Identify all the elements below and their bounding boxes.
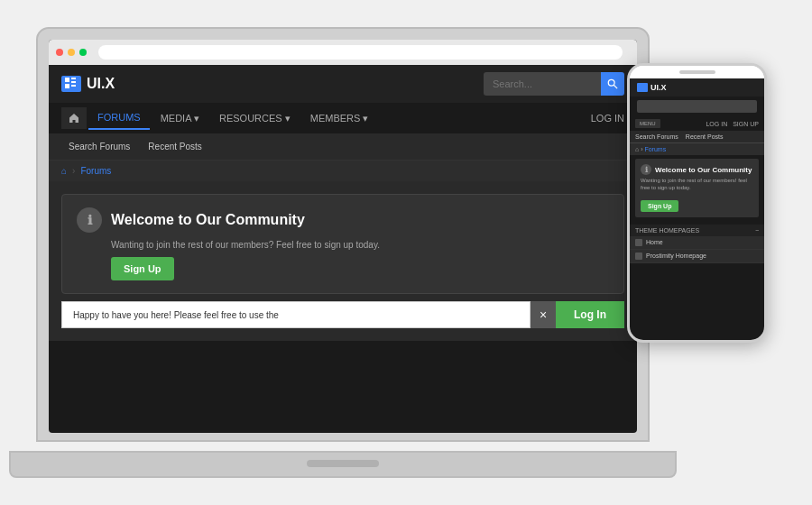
browser-dot-green	[79, 49, 87, 56]
scene: UI.X	[18, 18, 794, 487]
browser-dot-yellow	[68, 49, 75, 56]
welcome-subtitle: Wanting to join the rest of our members?…	[111, 240, 609, 250]
logo-icon	[61, 76, 81, 92]
phone-nav-auth: LOG IN SIGN UP	[706, 121, 759, 127]
welcome-box: ℹ Welcome to Our Community Wanting to jo…	[61, 194, 624, 294]
signup-button[interactable]: Sign Up	[111, 257, 174, 280]
nav-resources[interactable]: RESOURCES ▾	[210, 107, 300, 130]
search-input[interactable]	[484, 72, 601, 96]
search-button[interactable]	[601, 72, 624, 96]
phone-list-icon-1	[635, 239, 642, 246]
phone-logo: UI.X	[637, 83, 667, 92]
breadcrumb-forums[interactable]: Forums	[80, 166, 111, 176]
toast-message: Happy to have you here! Please feel free…	[61, 301, 531, 328]
logo-text: UI.X	[87, 76, 115, 92]
phone-device: UI.X MENU LOG IN SIGN UP Search Forums R…	[627, 63, 767, 343]
phone-notch-bar	[679, 70, 715, 74]
nav-login[interactable]: LOG IN	[591, 113, 624, 124]
browser-dot-red	[56, 49, 63, 56]
nav-media[interactable]: MEDIA ▾	[152, 107, 208, 130]
laptop-device: UI.X	[36, 27, 650, 478]
phone-signup-button[interactable]: Sign Up	[641, 200, 678, 212]
browser-chrome	[49, 40, 637, 65]
phone-welcome-subtitle: Wanting to join the rest of our members!…	[641, 178, 753, 192]
info-icon: ℹ	[77, 207, 102, 233]
phone-list-item-1[interactable]: Home	[630, 236, 764, 250]
sub-nav: Search Forums Recent Posts	[49, 133, 637, 161]
toast-area: Happy to have you here! Please feel free…	[61, 301, 624, 328]
site-header: UI.X	[49, 65, 637, 103]
phone-nav-menu[interactable]: MENU	[635, 119, 660, 128]
phone-logo-icon	[637, 83, 648, 92]
sub-nav-recent[interactable]: Recent Posts	[141, 138, 208, 155]
search-bar	[484, 72, 624, 96]
breadcrumb: ⌂ › Forums	[49, 161, 637, 181]
nav-home[interactable]	[61, 107, 87, 129]
laptop-outer: UI.X	[36, 27, 650, 442]
phone-nav: MENU LOG IN SIGN UP	[630, 116, 764, 131]
phone-theme-section: THEME HOMEPAGES −	[630, 225, 764, 236]
site-logo: UI.X	[61, 76, 115, 92]
laptop-base	[9, 451, 677, 478]
search-icon	[607, 78, 618, 89]
phone-theme-toggle[interactable]: −	[755, 227, 759, 234]
welcome-title: Welcome to Our Community	[111, 212, 305, 228]
phone-welcome-title: Welcome to Our Community	[655, 166, 752, 174]
site-nav: FORUMS MEDIA ▾ RESOURCES ▾ MEMBERS ▾ LOG…	[49, 103, 637, 133]
login-button[interactable]: Log In	[556, 301, 624, 328]
svg-line-6	[614, 85, 617, 88]
phone-sub-nav: Search Forums Recent Posts	[630, 131, 764, 143]
phone-list-item-2[interactable]: Prostimity Homepage	[630, 250, 764, 263]
home-icon	[69, 113, 79, 124]
svg-rect-1	[71, 78, 76, 79]
sub-nav-search[interactable]: Search Forums	[61, 138, 137, 155]
phone-search-bar[interactable]	[637, 100, 757, 113]
phone-login-link[interactable]: LOG IN	[706, 121, 727, 127]
phone-breadcrumb-forums[interactable]: Forums	[644, 146, 666, 152]
welcome-header: ℹ Welcome to Our Community	[77, 207, 609, 233]
toast-close-button[interactable]: ×	[531, 301, 556, 328]
svg-rect-0	[65, 78, 69, 82]
phone-notch	[630, 66, 764, 78]
phone-welcome-box: ℹ Welcome to Our Community Wanting to jo…	[635, 159, 759, 217]
phone-list-icon-2	[635, 252, 642, 260]
svg-point-5	[608, 79, 614, 86]
phone-signup-link[interactable]: SIGN UP	[733, 121, 759, 127]
breadcrumb-home-icon[interactable]: ⌂	[61, 166, 67, 176]
phone-screen: UI.X MENU LOG IN SIGN UP Search Forums R…	[630, 78, 764, 340]
phone-site-header: UI.X	[630, 78, 764, 96]
svg-rect-2	[71, 81, 76, 83]
phone-welcome-header: ℹ Welcome to Our Community	[641, 164, 753, 175]
svg-rect-3	[71, 85, 76, 87]
browser-address-bar[interactable]	[98, 45, 623, 60]
laptop-screen: UI.X	[49, 40, 637, 433]
nav-members[interactable]: MEMBERS ▾	[301, 107, 378, 130]
phone-breadcrumb: ⌂ › Forums	[630, 143, 764, 155]
phone-recent-posts[interactable]: Recent Posts	[686, 133, 724, 140]
logo-svg	[65, 78, 78, 90]
svg-rect-4	[65, 84, 69, 88]
phone-theme-label: THEME HOMEPAGES	[635, 227, 699, 234]
phone-info-icon: ℹ	[641, 164, 651, 175]
nav-forums[interactable]: FORUMS	[88, 106, 150, 130]
main-content: ℹ Welcome to Our Community Wanting to jo…	[49, 181, 637, 341]
phone-search-forums[interactable]: Search Forums	[635, 133, 678, 140]
